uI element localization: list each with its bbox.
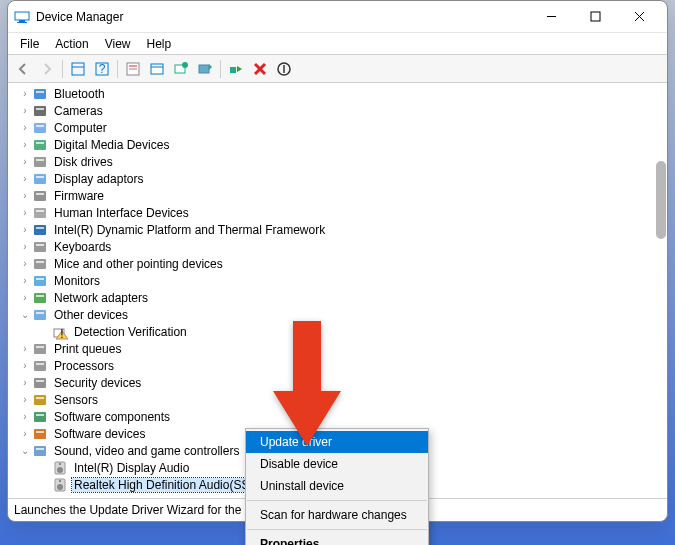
update-driver-button[interactable]	[194, 58, 216, 80]
disk-icon	[32, 154, 48, 170]
toolbar-sep	[117, 60, 118, 78]
expand-icon[interactable]: ›	[18, 241, 32, 252]
disable-button[interactable]	[273, 58, 295, 80]
tree-node[interactable]: ›Display adaptors	[10, 170, 665, 187]
tree-node-label: Mice and other pointing devices	[52, 257, 225, 271]
expand-icon[interactable]: ›	[18, 139, 32, 150]
tree-node-label: Sensors	[52, 393, 100, 407]
collapse-icon[interactable]: ⌄	[18, 309, 32, 320]
minimize-button[interactable]	[529, 2, 573, 32]
context-menu-item[interactable]: Disable device	[246, 453, 428, 475]
tree-node-label: Bluetooth	[52, 87, 107, 101]
tree-node-label: Software components	[52, 410, 172, 424]
properties-button[interactable]	[122, 58, 144, 80]
expand-icon[interactable]: ›	[18, 258, 32, 269]
svg-point-17	[182, 62, 188, 68]
tree-node[interactable]: ›Sensors	[10, 391, 665, 408]
tree-node-label: Keyboards	[52, 240, 113, 254]
sound-icon	[32, 443, 48, 459]
back-button[interactable]	[12, 58, 34, 80]
expand-icon[interactable]: ›	[18, 156, 32, 167]
scan-hardware-button[interactable]	[170, 58, 192, 80]
close-button[interactable]	[617, 2, 661, 32]
tree-node[interactable]: ›Print queues	[10, 340, 665, 357]
expand-icon[interactable]: ›	[18, 394, 32, 405]
svg-rect-18	[199, 65, 209, 73]
tree-node[interactable]: ›Monitors	[10, 272, 665, 289]
expand-icon[interactable]: ›	[18, 122, 32, 133]
menubar: File Action View Help	[8, 33, 667, 55]
svg-point-68	[57, 467, 63, 473]
help-button[interactable]: ?	[91, 58, 113, 80]
tree-node[interactable]: ›Mice and other pointing devices	[10, 255, 665, 272]
show-hide-tree-button[interactable]	[67, 58, 89, 80]
svg-rect-27	[34, 123, 46, 133]
tree-node[interactable]: ›Intel(R) Dynamic Platform and Thermal F…	[10, 221, 665, 238]
tree-node-label: Human Interface Devices	[52, 206, 191, 220]
svg-rect-65	[34, 446, 46, 456]
context-menu-item[interactable]: Scan for hardware changes	[246, 504, 428, 526]
tree-node[interactable]: ›Computer	[10, 119, 665, 136]
svg-rect-14	[151, 64, 163, 74]
expand-icon[interactable]: ›	[18, 224, 32, 235]
tree-node[interactable]: ›Bluetooth	[10, 85, 665, 102]
tree-node[interactable]: ›Firmware	[10, 187, 665, 204]
expand-icon[interactable]: ›	[18, 173, 32, 184]
svg-rect-40	[36, 227, 44, 229]
maximize-button[interactable]	[573, 2, 617, 32]
expand-icon[interactable]: ›	[18, 343, 32, 354]
menu-action[interactable]: Action	[47, 35, 96, 53]
enable-button[interactable]	[225, 58, 247, 80]
tree-node[interactable]: ⌄Other devices	[10, 306, 665, 323]
expand-icon[interactable]: ›	[18, 377, 32, 388]
tree-node-label: Processors	[52, 359, 116, 373]
uninstall-button[interactable]	[249, 58, 271, 80]
scrollbar-thumb[interactable]	[656, 161, 666, 239]
menu-help[interactable]: Help	[139, 35, 180, 53]
expand-icon[interactable]: ›	[18, 428, 32, 439]
svg-rect-29	[34, 140, 46, 150]
svg-rect-54	[36, 346, 44, 348]
keyboard-icon	[32, 239, 48, 255]
menu-view[interactable]: View	[97, 35, 139, 53]
tree-node[interactable]: ›Software components	[10, 408, 665, 425]
context-menu-item[interactable]: Uninstall device	[246, 475, 428, 497]
svg-point-69	[59, 462, 61, 464]
expand-icon[interactable]: ›	[18, 105, 32, 116]
menu-file[interactable]: File	[12, 35, 47, 53]
tree-node[interactable]: ›Digital Media Devices	[10, 136, 665, 153]
tree-node[interactable]: ›Keyboards	[10, 238, 665, 255]
expand-icon[interactable]: ›	[18, 275, 32, 286]
tree-node[interactable]: ›Cameras	[10, 102, 665, 119]
svg-rect-38	[36, 210, 44, 212]
svg-rect-62	[36, 414, 44, 416]
expand-icon[interactable]: ›	[18, 207, 32, 218]
tree-node[interactable]: ›Network adapters	[10, 289, 665, 306]
svg-rect-49	[34, 310, 46, 320]
tree-node-label: Intel(R) Display Audio	[72, 461, 191, 475]
svg-rect-60	[36, 397, 44, 399]
warning-icon: !	[52, 324, 68, 340]
svg-rect-7	[72, 63, 84, 75]
svg-rect-66	[36, 448, 44, 450]
add-legacy-button[interactable]	[146, 58, 168, 80]
context-menu-item[interactable]: Update driver	[246, 431, 428, 453]
tree-node[interactable]: ›Human Interface Devices	[10, 204, 665, 221]
expand-icon[interactable]: ›	[18, 292, 32, 303]
svg-rect-1	[19, 20, 25, 22]
tree-node[interactable]: !Detection Verification	[10, 323, 665, 340]
tree-node-label: Display adaptors	[52, 172, 145, 186]
expand-icon[interactable]: ›	[18, 88, 32, 99]
svg-rect-64	[36, 431, 44, 433]
expand-icon[interactable]: ›	[18, 411, 32, 422]
expand-icon[interactable]: ›	[18, 190, 32, 201]
svg-text:!: !	[60, 327, 63, 340]
tree-node[interactable]: ›Security devices	[10, 374, 665, 391]
context-menu-item[interactable]: Properties	[246, 533, 428, 545]
tree-node[interactable]: ›Disk drives	[10, 153, 665, 170]
computer-icon	[32, 120, 48, 136]
collapse-icon[interactable]: ⌄	[18, 445, 32, 456]
expand-icon[interactable]: ›	[18, 360, 32, 371]
forward-button[interactable]	[36, 58, 58, 80]
tree-node[interactable]: ›Processors	[10, 357, 665, 374]
